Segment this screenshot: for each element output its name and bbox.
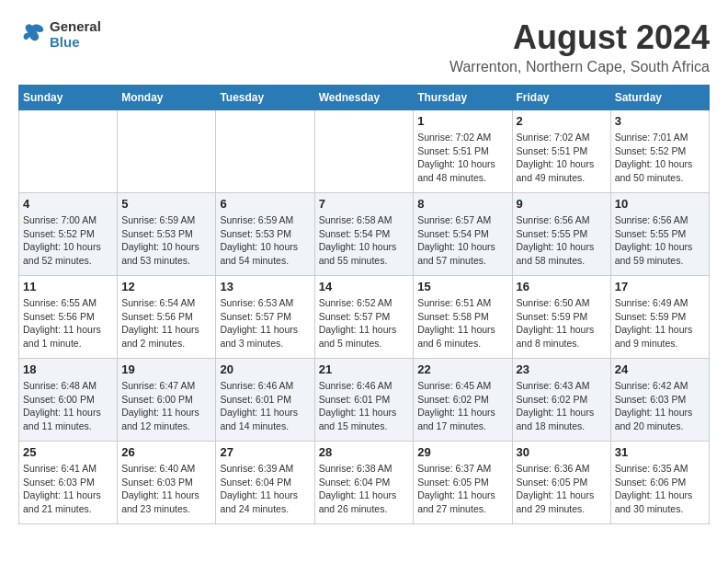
day-number: 19 [121,362,211,376]
calendar-cell: 15Sunrise: 6:51 AM Sunset: 5:58 PM Dayli… [414,276,512,359]
day-info: Sunrise: 6:42 AM Sunset: 6:03 PM Dayligh… [615,379,705,433]
day-info: Sunrise: 6:38 AM Sunset: 6:04 PM Dayligh… [319,462,410,516]
calendar-cell: 16Sunrise: 6:50 AM Sunset: 5:59 PM Dayli… [512,276,610,359]
day-info: Sunrise: 6:41 AM Sunset: 6:03 PM Dayligh… [23,462,113,516]
logo-icon [18,20,46,48]
month-year: August 2024 [449,18,710,57]
day-info: Sunrise: 6:50 AM Sunset: 5:59 PM Dayligh… [517,296,607,350]
calendar-cell: 19Sunrise: 6:47 AM Sunset: 6:00 PM Dayli… [118,359,216,442]
day-number: 4 [23,197,113,211]
calendar-cell: 6Sunrise: 6:59 AM Sunset: 5:53 PM Daylig… [216,193,314,276]
calendar-week-row: 1Sunrise: 7:02 AM Sunset: 5:51 PM Daylig… [19,110,710,193]
day-info: Sunrise: 6:56 AM Sunset: 5:55 PM Dayligh… [517,213,607,268]
day-info: Sunrise: 6:40 AM Sunset: 6:03 PM Dayligh… [121,462,211,516]
calendar-cell: 25Sunrise: 6:41 AM Sunset: 6:03 PM Dayli… [19,442,118,524]
day-number: 20 [220,362,310,376]
day-number: 22 [417,362,507,376]
day-info: Sunrise: 6:57 AM Sunset: 5:54 PM Dayligh… [417,213,507,268]
calendar-cell: 1Sunrise: 7:02 AM Sunset: 5:51 PM Daylig… [414,110,512,193]
title-area: August 2024 Warrenton, Northern Cape, So… [449,18,710,75]
calendar-cell: 3Sunrise: 7:01 AM Sunset: 5:52 PM Daylig… [610,110,709,193]
calendar-week-row: 11Sunrise: 6:55 AM Sunset: 5:56 PM Dayli… [19,276,710,359]
calendar-cell: 13Sunrise: 6:53 AM Sunset: 5:57 PM Dayli… [216,276,314,359]
calendar-cell: 20Sunrise: 6:46 AM Sunset: 6:01 PM Dayli… [216,359,314,442]
day-info: Sunrise: 6:37 AM Sunset: 6:05 PM Dayligh… [417,462,507,516]
weekday-header: Wednesday [314,86,414,110]
day-number: 30 [517,445,607,459]
day-number: 9 [517,197,607,211]
calendar-cell: 14Sunrise: 6:52 AM Sunset: 5:57 PM Dayli… [314,276,414,359]
day-number: 24 [615,362,705,376]
calendar-cell: 9Sunrise: 6:56 AM Sunset: 5:55 PM Daylig… [512,193,610,276]
day-info: Sunrise: 6:54 AM Sunset: 5:56 PM Dayligh… [121,296,211,350]
day-info: Sunrise: 6:36 AM Sunset: 6:05 PM Dayligh… [517,462,607,516]
calendar-cell: 10Sunrise: 6:56 AM Sunset: 5:55 PM Dayli… [610,193,709,276]
day-info: Sunrise: 6:46 AM Sunset: 6:01 PM Dayligh… [220,379,310,433]
day-number: 28 [319,445,410,459]
calendar-week-row: 4Sunrise: 7:00 AM Sunset: 5:52 PM Daylig… [19,193,710,276]
weekday-header: Tuesday [216,86,314,110]
day-number: 31 [615,445,705,459]
weekday-header: Thursday [414,86,512,110]
day-info: Sunrise: 6:46 AM Sunset: 6:01 PM Dayligh… [319,379,410,433]
day-number: 1 [417,114,507,128]
day-info: Sunrise: 6:58 AM Sunset: 5:54 PM Dayligh… [319,213,410,268]
day-number: 15 [417,280,507,293]
calendar-cell: 17Sunrise: 6:49 AM Sunset: 5:59 PM Dayli… [610,276,709,359]
day-number: 7 [319,197,410,211]
calendar-cell: 7Sunrise: 6:58 AM Sunset: 5:54 PM Daylig… [314,193,414,276]
calendar-cell: 29Sunrise: 6:37 AM Sunset: 6:05 PM Dayli… [414,442,512,524]
weekday-header: Saturday [610,86,709,110]
calendar-cell: 4Sunrise: 7:00 AM Sunset: 5:52 PM Daylig… [19,193,118,276]
calendar-cell: 18Sunrise: 6:48 AM Sunset: 6:00 PM Dayli… [19,359,118,442]
day-number: 3 [615,114,705,128]
calendar-cell [19,110,118,193]
day-info: Sunrise: 7:02 AM Sunset: 5:51 PM Dayligh… [517,131,607,185]
day-info: Sunrise: 6:39 AM Sunset: 6:04 PM Dayligh… [220,462,310,516]
day-number: 13 [220,280,310,293]
calendar-cell: 28Sunrise: 6:38 AM Sunset: 6:04 PM Dayli… [314,442,414,524]
weekday-header: Friday [512,86,610,110]
calendar-cell [118,110,216,193]
day-info: Sunrise: 6:52 AM Sunset: 5:57 PM Dayligh… [319,296,410,350]
calendar-cell: 27Sunrise: 6:39 AM Sunset: 6:04 PM Dayli… [216,442,314,524]
logo: General Blue [18,18,101,50]
day-number: 17 [615,280,705,293]
day-number: 14 [319,280,410,293]
day-info: Sunrise: 6:55 AM Sunset: 5:56 PM Dayligh… [23,296,113,350]
day-info: Sunrise: 6:56 AM Sunset: 5:55 PM Dayligh… [615,213,705,268]
calendar-cell: 31Sunrise: 6:35 AM Sunset: 6:06 PM Dayli… [610,442,709,524]
day-info: Sunrise: 6:59 AM Sunset: 5:53 PM Dayligh… [220,213,310,268]
calendar-cell: 21Sunrise: 6:46 AM Sunset: 6:01 PM Dayli… [314,359,414,442]
day-number: 27 [220,445,310,459]
calendar-cell: 23Sunrise: 6:43 AM Sunset: 6:02 PM Dayli… [512,359,610,442]
day-info: Sunrise: 6:51 AM Sunset: 5:58 PM Dayligh… [417,296,507,350]
calendar-table: SundayMondayTuesdayWednesdayThursdayFrid… [18,85,710,524]
day-number: 29 [417,445,507,459]
day-info: Sunrise: 6:47 AM Sunset: 6:00 PM Dayligh… [121,379,211,433]
day-info: Sunrise: 7:01 AM Sunset: 5:52 PM Dayligh… [615,131,705,185]
day-info: Sunrise: 6:48 AM Sunset: 6:00 PM Dayligh… [23,379,113,433]
day-info: Sunrise: 6:49 AM Sunset: 5:59 PM Dayligh… [615,296,705,350]
day-number: 5 [121,197,211,211]
header: General Blue August 2024 Warrenton, Nort… [18,18,710,75]
calendar-week-row: 25Sunrise: 6:41 AM Sunset: 6:03 PM Dayli… [19,442,710,524]
day-number: 2 [517,114,607,128]
weekday-header: Monday [118,86,216,110]
day-number: 16 [517,280,607,293]
day-number: 21 [319,362,410,376]
calendar-cell [216,110,314,193]
logo-text: General Blue [50,18,101,50]
day-number: 25 [23,445,113,459]
calendar-cell: 22Sunrise: 6:45 AM Sunset: 6:02 PM Dayli… [414,359,512,442]
day-number: 11 [23,280,113,293]
calendar-cell: 12Sunrise: 6:54 AM Sunset: 5:56 PM Dayli… [118,276,216,359]
calendar-cell: 8Sunrise: 6:57 AM Sunset: 5:54 PM Daylig… [414,193,512,276]
weekday-header-row: SundayMondayTuesdayWednesdayThursdayFrid… [19,86,710,110]
calendar-cell: 2Sunrise: 7:02 AM Sunset: 5:51 PM Daylig… [512,110,610,193]
day-info: Sunrise: 6:35 AM Sunset: 6:06 PM Dayligh… [615,462,705,516]
calendar-cell: 26Sunrise: 6:40 AM Sunset: 6:03 PM Dayli… [118,442,216,524]
calendar-cell [314,110,414,193]
location: Warrenton, Northern Cape, South Africa [449,59,710,75]
day-number: 6 [220,197,310,211]
